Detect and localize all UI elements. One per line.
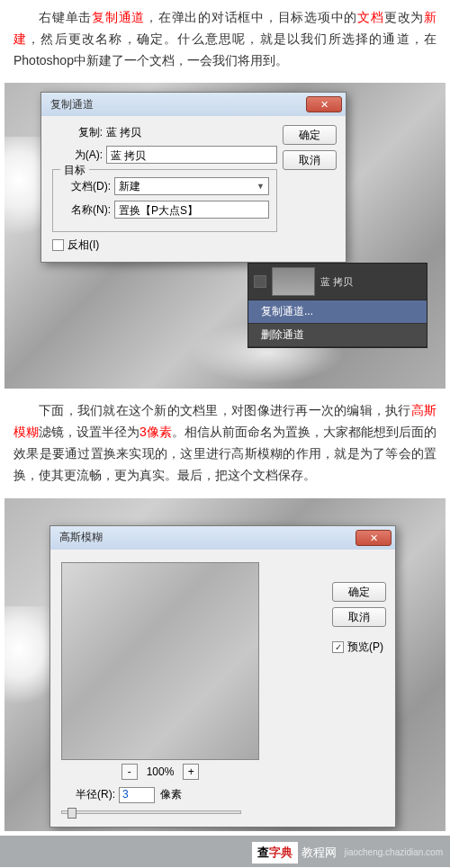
preview-checkbox[interactable]: ✓ xyxy=(332,641,344,653)
zoom-out-button[interactable]: - xyxy=(122,764,138,780)
as-input[interactable]: 蓝 拷贝 xyxy=(106,146,277,164)
text: ，然后更改名称，确定。什么意思呢，就是以我们所选择的通道，在Photoshop中… xyxy=(14,31,436,67)
name-label: 名称(N): xyxy=(60,202,111,218)
visibility-icon[interactable] xyxy=(254,275,266,288)
radius-input[interactable]: 3 xyxy=(119,787,155,803)
channels-panel: 蓝 拷贝 复制通道... 删除通道 xyxy=(248,263,428,348)
preview-label: 预览(P) xyxy=(347,640,383,655)
dialog-title: 复制通道 xyxy=(45,97,306,112)
paragraph-2: 下面，我们就在这个新的文档里，对图像进行再一次的编辑，执行高斯模糊滤镜，设置半径… xyxy=(0,393,450,493)
close-icon: ✕ xyxy=(370,532,378,543)
paragraph-1: 右键单击复制通道，在弹出的对话框中，目标选项中的文档更改为新建，然后更改名称，确… xyxy=(0,0,450,78)
menu-item-delete-channel[interactable]: 删除通道 xyxy=(248,324,427,347)
footer-bar: 查字典 教程网 jiaocheng.chazidian.com xyxy=(0,836,450,867)
zoom-in-button[interactable]: + xyxy=(183,764,199,780)
radius-slider[interactable] xyxy=(61,810,241,814)
text-red: 3像素 xyxy=(140,425,172,439)
doc-label: 文档(D): xyxy=(60,179,111,194)
fieldset-legend: 目标 xyxy=(60,163,89,178)
radius-label: 半径(R): xyxy=(61,787,115,802)
copy-value: 蓝 拷贝 xyxy=(106,125,141,140)
brand-char-red: 字典 xyxy=(269,846,292,859)
watermark-url: jiaocheng.chazidian.com xyxy=(344,847,443,857)
invert-checkbox[interactable] xyxy=(52,239,64,251)
close-icon: ✕ xyxy=(320,99,328,110)
chevron-down-icon: ▼ xyxy=(256,182,265,191)
watermark-suffix: 教程网 xyxy=(302,845,337,861)
slider-thumb[interactable] xyxy=(68,808,76,819)
channel-name: 蓝 拷贝 xyxy=(320,275,353,289)
close-button[interactable]: ✕ xyxy=(356,530,392,546)
cancel-button[interactable]: 取消 xyxy=(332,607,386,627)
preview-row: ✓ 预览(P) xyxy=(332,640,386,655)
dialog-titlebar[interactable]: 高斯模糊 ✕ xyxy=(50,526,395,550)
screenshot-duplicate-channel: 复制通道 ✕ 确定 取消 复制: 蓝 拷贝 为(A): 蓝 拷贝 目标 文档(D xyxy=(4,83,446,389)
text: ，在弹出的对话框中，目标选项中的 xyxy=(145,10,357,24)
as-label: 为(A): xyxy=(52,148,103,163)
text-red: 复制通道 xyxy=(92,10,145,24)
text: 右键单击 xyxy=(39,10,92,24)
radius-unit: 像素 xyxy=(160,787,182,802)
menu-item-duplicate-channel[interactable]: 复制通道... xyxy=(248,300,427,324)
invert-row: 反相(I) xyxy=(52,237,335,253)
preview-image[interactable] xyxy=(61,562,259,760)
channel-row[interactable]: 蓝 拷贝 xyxy=(248,264,427,300)
zoom-controls: - 100% + xyxy=(61,764,259,780)
name-input[interactable]: 置换【P大点S】 xyxy=(114,201,269,219)
dialog-title: 高斯模糊 xyxy=(54,530,356,545)
watermark-brand: 查字典 xyxy=(252,842,298,864)
copy-label: 复制: xyxy=(52,125,103,140)
cancel-button[interactable]: 取消 xyxy=(283,150,337,170)
text-red: 文档 xyxy=(357,10,384,24)
channel-thumbnail xyxy=(272,267,315,296)
button-column: 确定 取消 xyxy=(283,125,337,175)
text: 滤镜，设置半径为 xyxy=(39,425,140,439)
screenshot-gaussian-blur: 高斯模糊 ✕ - 100% + 半径(R): 3 像素 xyxy=(4,498,446,831)
dialog-gaussian-blur: 高斯模糊 ✕ - 100% + 半径(R): 3 像素 xyxy=(50,525,396,828)
close-button[interactable]: ✕ xyxy=(306,96,342,112)
doc-combo-value: 新建 xyxy=(119,179,140,194)
watermark: 查字典 教程网 jiaocheng.chazidian.com xyxy=(252,842,443,864)
doc-combo[interactable]: 新建 ▼ xyxy=(114,177,269,195)
button-column: 确定 取消 ✓ 预览(P) xyxy=(332,582,386,655)
dialog-body: 确定 取消 复制: 蓝 拷贝 为(A): 蓝 拷贝 目标 文档(D): 新建 ▼ xyxy=(41,116,346,262)
invert-label: 反相(I) xyxy=(68,237,99,253)
dialog-body: - 100% + 半径(R): 3 像素 确定 取消 ✓ 预览(P) xyxy=(50,550,395,827)
brand-char: 查 xyxy=(257,846,269,859)
ok-button[interactable]: 确定 xyxy=(283,125,337,145)
fieldset-target: 目标 文档(D): 新建 ▼ 名称(N): 置换【P大点S】 xyxy=(52,169,277,232)
ok-button[interactable]: 确定 xyxy=(332,582,386,602)
dialog-duplicate-channel: 复制通道 ✕ 确定 取消 复制: 蓝 拷贝 为(A): 蓝 拷贝 目标 文档(D xyxy=(40,92,346,263)
preview-column: - 100% + 半径(R): 3 像素 xyxy=(61,559,259,818)
dialog-titlebar[interactable]: 复制通道 ✕ xyxy=(41,93,346,116)
text: 更改为 xyxy=(384,10,424,24)
text: 下面，我们就在这个新的文档里，对图像进行再一次的编辑，执行 xyxy=(39,403,411,417)
zoom-percent: 100% xyxy=(147,765,175,778)
